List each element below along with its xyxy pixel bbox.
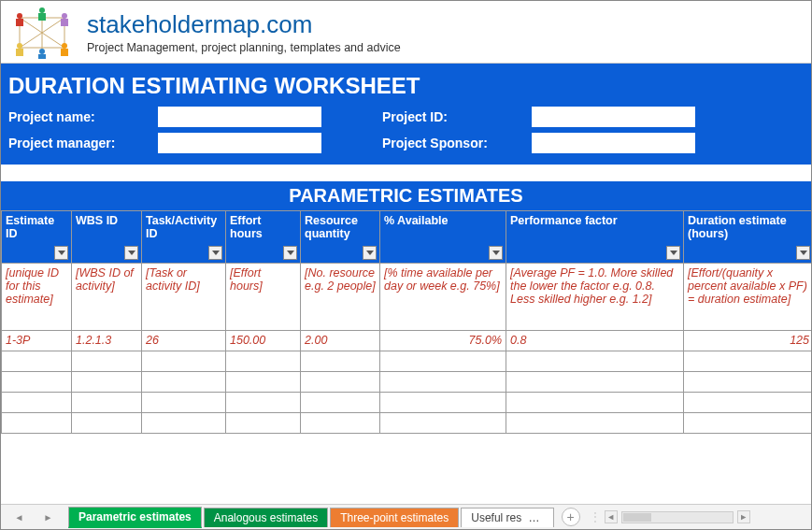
cell[interactable]: 0.8 <box>506 331 684 351</box>
svg-rect-12 <box>61 19 68 26</box>
hint-cell[interactable]: [No. resource e.g. 2 people] <box>301 264 380 331</box>
svg-rect-8 <box>16 19 23 26</box>
hint-row: [unique ID for this estimate] [WBS ID of… <box>2 264 813 331</box>
tab-analogous[interactable]: Analogous estimates <box>204 508 328 527</box>
project-sponsor-input[interactable] <box>532 133 695 153</box>
project-manager-input[interactable] <box>158 133 321 153</box>
filter-icon[interactable] <box>796 246 810 260</box>
section-title: PARAMETRIC ESTIMATES <box>1 181 811 210</box>
cell[interactable]: 26 <box>142 331 226 351</box>
cell[interactable]: 1.2.1.3 <box>72 331 142 351</box>
project-sponsor-label: Project Sponsor: <box>382 136 532 150</box>
svg-point-9 <box>39 7 45 13</box>
header: stakeholdermap.com Project Management, p… <box>1 1 811 64</box>
svg-rect-10 <box>38 13 46 21</box>
tab-threepoint[interactable]: Three-point estimates <box>330 508 459 527</box>
col-perf-factor: Performance factor <box>506 211 684 264</box>
svg-point-11 <box>62 13 67 19</box>
cell[interactable]: 125 <box>684 331 813 351</box>
filter-icon[interactable] <box>363 246 377 260</box>
svg-rect-14 <box>16 49 23 56</box>
svg-point-17 <box>62 43 67 49</box>
project-name-label: Project name: <box>8 109 158 124</box>
hint-cell[interactable]: [% time available per day or week e.g. 7… <box>380 264 506 331</box>
empty-row <box>2 351 813 372</box>
svg-point-13 <box>17 43 22 49</box>
add-sheet-button[interactable]: + <box>562 508 580 526</box>
data-row: 1-3P 1.2.1.3 26 150.00 2.00 75.0% 0.8 12… <box>2 331 813 351</box>
hint-cell[interactable]: [Task or activity ID] <box>142 264 226 331</box>
filter-icon[interactable] <box>208 246 222 260</box>
filter-icon[interactable] <box>489 246 503 260</box>
col-task-id: Task/Activity ID <box>142 211 226 264</box>
cell[interactable]: 75.0% <box>380 331 506 351</box>
hint-cell[interactable]: [WBS ID of activity] <box>72 264 142 331</box>
logo-icon <box>8 7 76 59</box>
empty-row <box>2 372 813 393</box>
site-tagline: Project Management, project planning, te… <box>87 41 401 54</box>
estimates-table: Estimate ID WBS ID Task/Activity ID Effo… <box>1 210 812 434</box>
cell[interactable]: 150.00 <box>226 331 301 351</box>
col-effort: Effort hours <box>226 211 301 264</box>
brand: stakeholdermap.com Project Management, p… <box>87 7 401 54</box>
tab-parametric[interactable]: Parametric estimates <box>68 507 202 528</box>
cell[interactable]: 2.00 <box>301 331 380 351</box>
empty-row <box>2 413 813 434</box>
project-id-label: Project ID: <box>382 109 532 124</box>
horizontal-scrollbar[interactable]: ⋮ ◄ ► <box>590 510 811 523</box>
cell[interactable]: 1-3P <box>2 331 72 351</box>
hint-cell[interactable]: [unique ID for this estimate] <box>2 264 72 331</box>
tab-nav[interactable]: ◄► <box>1 512 66 523</box>
svg-point-15 <box>39 49 45 54</box>
filter-icon[interactable] <box>283 246 297 260</box>
project-manager-label: Project manager: <box>8 136 158 150</box>
project-meta: Project name: Project ID: Project manage… <box>8 107 804 153</box>
filter-icon[interactable] <box>54 246 68 260</box>
col-pct-available: % Available <box>380 211 506 264</box>
col-resource-qty: Resource quantity <box>301 211 380 264</box>
project-name-input[interactable] <box>158 107 321 127</box>
hint-cell[interactable]: [Effort/(quanity x percent available x P… <box>684 264 813 331</box>
empty-row <box>2 393 813 413</box>
project-id-input[interactable] <box>532 107 695 127</box>
col-duration: Duration estimate (hours) <box>684 211 813 264</box>
col-wbs-id: WBS ID <box>72 211 142 264</box>
filter-icon[interactable] <box>124 246 138 260</box>
site-name: stakeholdermap.com <box>87 10 401 39</box>
col-estimate-id: Estimate ID <box>2 211 72 264</box>
svg-rect-18 <box>61 49 68 56</box>
svg-point-7 <box>17 13 22 19</box>
sheet-tab-bar: ◄► Parametric estimates Analogous estima… <box>1 504 811 529</box>
title-bar: DURATION ESTIMATING WORKSHEET Project na… <box>1 64 811 165</box>
header-row: Estimate ID WBS ID Task/Activity ID Effo… <box>2 211 813 264</box>
hint-cell[interactable]: [Average PF = 1.0. More skilled the lowe… <box>506 264 684 331</box>
hint-cell[interactable]: [Effort hours] <box>226 264 301 331</box>
tab-useful-res[interactable]: Useful res … <box>461 508 553 527</box>
svg-rect-16 <box>38 54 46 59</box>
worksheet-title: DURATION ESTIMATING WORKSHEET <box>8 69 804 107</box>
filter-icon[interactable] <box>666 246 680 260</box>
